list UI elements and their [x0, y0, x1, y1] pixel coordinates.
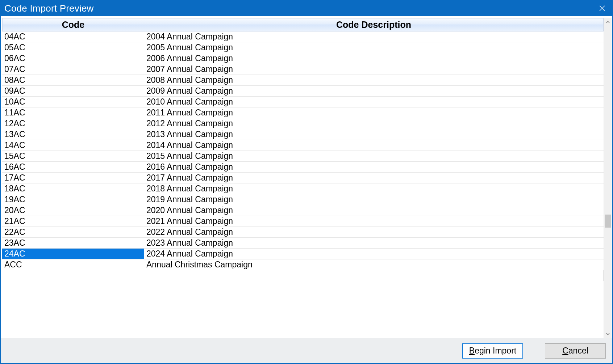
- scroll-down-button[interactable]: [604, 330, 612, 338]
- scrollbar-track[interactable]: [604, 26, 612, 330]
- cell-code[interactable]: 22AC: [2, 227, 144, 237]
- cell-code[interactable]: 10AC: [2, 97, 144, 107]
- cell-code[interactable]: [2, 270, 144, 281]
- cell-code[interactable]: 15AC: [2, 151, 144, 161]
- cell-code[interactable]: 07AC: [2, 64, 144, 75]
- table-row-empty[interactable]: [2, 270, 604, 281]
- table-row[interactable]: 20AC2020 Annual Campaign: [2, 205, 604, 216]
- cell-code[interactable]: 23AC: [2, 238, 144, 248]
- table-row[interactable]: 21AC2021 Annual Campaign: [2, 216, 604, 227]
- cell-code[interactable]: 20AC: [2, 205, 144, 216]
- cell-description[interactable]: 2006 Annual Campaign: [144, 53, 604, 64]
- close-button[interactable]: [592, 1, 612, 16]
- table-row[interactable]: 24AC2024 Annual Campaign: [2, 249, 604, 259]
- cell-description[interactable]: 2004 Annual Campaign: [144, 31, 604, 42]
- table-row[interactable]: 23AC2023 Annual Campaign: [2, 238, 604, 249]
- table-row[interactable]: 06AC2006 Annual Campaign: [2, 53, 604, 64]
- cell-description[interactable]: 2018 Annual Campaign: [144, 183, 604, 194]
- table-row[interactable]: 05AC2005 Annual Campaign: [2, 42, 604, 53]
- scrollbar-thumb[interactable]: [605, 215, 611, 228]
- grid-header-row: Code Code Description: [2, 18, 604, 31]
- grid-body[interactable]: 04AC2004 Annual Campaign05AC2005 Annual …: [2, 31, 604, 338]
- dialog-footer: Begin Import Cancel: [1, 338, 612, 363]
- cell-description[interactable]: Annual Christmas Campaign: [144, 259, 604, 270]
- table-row[interactable]: 08AC2008 Annual Campaign: [2, 75, 604, 86]
- cell-code[interactable]: 14AC: [2, 140, 144, 151]
- cell-code[interactable]: 18AC: [2, 183, 144, 194]
- titlebar: Code Import Preview: [1, 1, 612, 16]
- table-row[interactable]: 16AC2016 Annual Campaign: [2, 162, 604, 173]
- data-grid[interactable]: Code Code Description 04AC2004 Annual Ca…: [2, 18, 604, 338]
- table-row[interactable]: 19AC2019 Annual Campaign: [2, 194, 604, 205]
- table-row[interactable]: 18AC2018 Annual Campaign: [2, 183, 604, 194]
- cell-description[interactable]: 2010 Annual Campaign: [144, 97, 604, 107]
- cell-description[interactable]: 2005 Annual Campaign: [144, 42, 604, 53]
- cell-description[interactable]: 2023 Annual Campaign: [144, 238, 604, 248]
- cell-code[interactable]: 13AC: [2, 129, 144, 140]
- table-row[interactable]: 17AC2017 Annual Campaign: [2, 173, 604, 183]
- cell-description[interactable]: 2020 Annual Campaign: [144, 205, 604, 216]
- cell-code[interactable]: 06AC: [2, 53, 144, 64]
- table-row[interactable]: 14AC2014 Annual Campaign: [2, 140, 604, 151]
- dialog-window: Code Import Preview Code Code Descriptio…: [0, 0, 613, 364]
- cell-description[interactable]: 2024 Annual Campaign: [144, 249, 604, 259]
- cell-description[interactable]: 2011 Annual Campaign: [144, 107, 604, 118]
- table-row[interactable]: 22AC2022 Annual Campaign: [2, 227, 604, 238]
- cell-description[interactable]: 2015 Annual Campaign: [144, 151, 604, 161]
- cell-description[interactable]: 2012 Annual Campaign: [144, 118, 604, 129]
- close-icon: [599, 5, 605, 11]
- cancel-button[interactable]: Cancel: [545, 343, 606, 359]
- table-row[interactable]: 13AC2013 Annual Campaign: [2, 129, 604, 140]
- cell-description[interactable]: 2014 Annual Campaign: [144, 140, 604, 151]
- column-header-description[interactable]: Code Description: [144, 18, 604, 31]
- cell-description[interactable]: 2013 Annual Campaign: [144, 129, 604, 140]
- accelerator-key: C: [562, 346, 568, 355]
- cell-code[interactable]: 17AC: [2, 173, 144, 183]
- cell-description[interactable]: 2021 Annual Campaign: [144, 216, 604, 227]
- cell-code[interactable]: 09AC: [2, 86, 144, 96]
- cell-description[interactable]: 2008 Annual Campaign: [144, 75, 604, 85]
- cell-code[interactable]: 04AC: [2, 31, 144, 42]
- scroll-up-button[interactable]: [604, 18, 612, 26]
- cell-code[interactable]: 21AC: [2, 216, 144, 227]
- cell-code[interactable]: 11AC: [2, 107, 144, 118]
- cell-code[interactable]: 24AC: [2, 249, 144, 259]
- cell-code[interactable]: 12AC: [2, 118, 144, 129]
- table-row[interactable]: 07AC2007 Annual Campaign: [2, 64, 604, 75]
- cell-code[interactable]: 05AC: [2, 42, 144, 53]
- column-header-code[interactable]: Code: [2, 18, 144, 31]
- cell-description[interactable]: [144, 270, 604, 281]
- begin-import-button[interactable]: Begin Import: [462, 343, 523, 359]
- table-row[interactable]: 15AC2015 Annual Campaign: [2, 151, 604, 162]
- table-row[interactable]: 10AC2010 Annual Campaign: [2, 97, 604, 107]
- chevron-up-icon: [606, 20, 610, 24]
- cell-description[interactable]: 2022 Annual Campaign: [144, 227, 604, 237]
- cell-description[interactable]: 2007 Annual Campaign: [144, 64, 604, 75]
- window-title: Code Import Preview: [1, 3, 94, 14]
- accelerator-key: B: [469, 346, 475, 355]
- table-row[interactable]: 12AC2012 Annual Campaign: [2, 118, 604, 129]
- cell-code[interactable]: 19AC: [2, 194, 144, 205]
- table-row[interactable]: 09AC2009 Annual Campaign: [2, 86, 604, 97]
- chevron-down-icon: [606, 332, 610, 336]
- table-row[interactable]: ACCAnnual Christmas Campaign: [2, 259, 604, 270]
- cell-code[interactable]: ACC: [2, 259, 144, 270]
- cell-code[interactable]: 08AC: [2, 75, 144, 85]
- cell-description[interactable]: 2019 Annual Campaign: [144, 194, 604, 205]
- vertical-scrollbar[interactable]: [604, 18, 612, 338]
- cell-code[interactable]: 16AC: [2, 162, 144, 172]
- content-area: Code Code Description 04AC2004 Annual Ca…: [1, 16, 612, 338]
- cell-description[interactable]: 2017 Annual Campaign: [144, 173, 604, 183]
- cell-description[interactable]: 2016 Annual Campaign: [144, 162, 604, 172]
- cell-description[interactable]: 2009 Annual Campaign: [144, 86, 604, 96]
- table-row[interactable]: 04AC2004 Annual Campaign: [2, 31, 604, 42]
- table-row[interactable]: 11AC2011 Annual Campaign: [2, 107, 604, 118]
